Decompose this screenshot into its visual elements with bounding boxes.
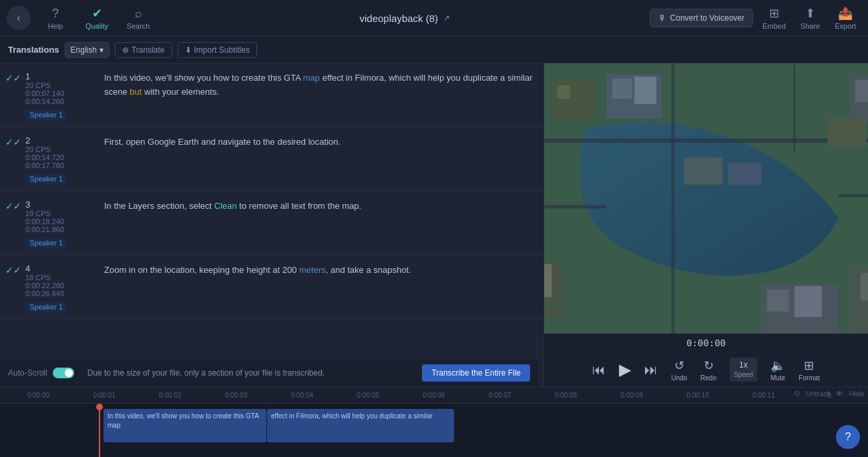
auto-scroll-area: Auto-Scroll [8, 368, 74, 378]
export-button[interactable]: 📤 Export [829, 3, 861, 33]
page-title: videoplayback (8) [360, 13, 439, 24]
subtitle-block-1-text: In this video, we'll show you how to cre… [107, 412, 262, 430]
voiceover-icon: 🎙 [658, 13, 666, 23]
svg-rect-17 [827, 119, 866, 146]
ruler-mark-6: 0:00:06 [401, 392, 467, 399]
transcribe-entire-button[interactable]: Transcribe the Entire File [422, 364, 530, 382]
sub-cps-3: 19 CPS [25, 209, 99, 217]
svg-rect-20 [544, 264, 552, 298]
speed-button[interactable]: 1x Speed [730, 358, 757, 382]
mute-label: Mute [771, 374, 785, 382]
info-col-2: 2 20 CPS 0:00:14.720 0:00:17.780 Speaker… [25, 135, 99, 184]
help-fab-button[interactable]: ? [836, 425, 860, 449]
top-bar: ‹ ? Help ✔ Quality ⌕ Search videoplaybac… [0, 0, 868, 37]
voiceover-button[interactable]: 🎙 Convert to Voiceover [650, 9, 753, 27]
import-subtitles-button[interactable]: ⬇ Import Subtitles [178, 42, 257, 58]
subtitle-block-2[interactable]: effect in Filmora, which will help you d… [267, 409, 454, 442]
embed-button[interactable]: ⊞ Embed [757, 3, 791, 33]
format-label: Format [799, 374, 820, 382]
import-label: Import Subtitles [194, 45, 250, 55]
share-button[interactable]: ⬆ Share [795, 3, 825, 33]
sub-num-4: 4 [25, 264, 99, 274]
embed-icon: ⊞ [769, 6, 779, 21]
sub-cps-2: 20 CPS [25, 145, 99, 153]
sub-cps-1: 20 CPS [25, 81, 99, 89]
redo-button[interactable]: ↻ Redo [700, 358, 716, 382]
ruler-mark-3: 0:00:03 [203, 392, 269, 399]
ruler-mark-10: 0:00:10 [665, 392, 731, 399]
subtitle-panel: ✓✓ 1 20 CPS 0:00:07.140 0:00:14.260 Spea… [0, 63, 544, 387]
speaker-tag-4[interactable]: Speaker 1 [25, 302, 67, 312]
rewind-icon: ⏮ [592, 362, 606, 378]
format-button[interactable]: ⊞ Format [799, 358, 820, 382]
chevron-down-icon: ▾ [99, 45, 103, 55]
fastforward-icon: ⏭ [644, 362, 658, 378]
embed-label: Embed [763, 22, 786, 30]
play-button[interactable]: ▶ [619, 360, 631, 379]
language-select[interactable]: English ▾ [65, 42, 110, 58]
auto-scroll-toggle[interactable] [53, 368, 74, 378]
speaker-tag-2[interactable]: Speaker 1 [25, 173, 67, 184]
share-icon: ⬆ [805, 6, 815, 21]
speaker-tag-3[interactable]: Speaker 1 [25, 238, 67, 248]
timeline-ruler: 0:00:00 0:00:01 0:00:02 0:00:03 0:00:04 … [0, 388, 868, 404]
help-fab-icon: ? [845, 431, 851, 443]
voiceover-label: Convert to Voiceover [670, 13, 744, 23]
untrack-button[interactable]: Untrack [805, 390, 831, 398]
hide-button[interactable]: Hide [849, 390, 864, 398]
main-content: ✓✓ 1 20 CPS 0:00:07.140 0:00:14.260 Spea… [0, 63, 868, 387]
svg-rect-23 [795, 286, 822, 317]
translate-button[interactable]: ⊕ Translate [115, 42, 172, 58]
speed-text: Speed [734, 371, 753, 378]
fastforward-button[interactable]: ⏭ [644, 362, 658, 378]
text-col-3[interactable]: In the Layers section, select Clean to r… [104, 199, 537, 248]
speaker-tag-1[interactable]: Speaker 1 [25, 109, 67, 120]
time-display: 0:00:00 [686, 334, 726, 352]
transcribe-info-text: Due to the size of your file, only a sec… [74, 368, 423, 378]
subtitle-item-2: ✓✓ 2 20 CPS 0:00:14.720 0:00:17.780 Spea… [0, 127, 544, 191]
video-display [544, 63, 868, 334]
timeline-track[interactable]: In this video, we'll show you how to cre… [0, 404, 868, 457]
check-col-1: ✓✓ [7, 71, 20, 120]
sub-time-end-3: 0:00:21.860 [25, 225, 99, 234]
external-link-icon[interactable]: ↗ [443, 13, 450, 23]
highlight-but: but [130, 87, 142, 97]
highlight-map: map [303, 73, 320, 83]
svg-rect-7 [612, 79, 632, 99]
transcribe-banner: Auto-Scroll Due to the size of your file… [0, 358, 538, 387]
back-button[interactable]: ‹ [7, 6, 31, 30]
sub-num-2: 2 [25, 135, 99, 145]
search-label: Search [127, 22, 150, 30]
rewind-button[interactable]: ⏮ [592, 362, 606, 378]
help-tool[interactable]: ? Help [36, 3, 75, 33]
video-container [544, 63, 868, 334]
subtitle-block-1[interactable]: In this video, we'll show you how to cre… [103, 409, 266, 442]
quality-tool[interactable]: ✔ Quality [77, 3, 116, 33]
ruler-mark-8: 0:00:08 [533, 392, 599, 399]
ruler-mark-11: 0:00:11 [730, 392, 797, 399]
import-icon: ⬇ [185, 45, 192, 55]
format-icon: ⊞ [804, 358, 814, 373]
text-col-2[interactable]: First, open Google Earth and navigate to… [104, 135, 537, 184]
svg-rect-25 [861, 273, 868, 300]
highlight-clean: Clean [214, 201, 237, 211]
mute-button[interactable]: 🔈 Mute [771, 358, 785, 382]
svg-rect-15 [855, 80, 868, 102]
video-panel: 0:00:00 ⏮ ▶ ⏭ ↺ Undo ↻ Redo 1x Speed [544, 63, 868, 387]
ruler-mark-4: 0:00:04 [269, 392, 335, 399]
mute-icon: 🔈 [771, 358, 785, 373]
check-col-3: ✓✓ [7, 199, 20, 248]
translate-label: Translate [132, 45, 165, 55]
text-col-1[interactable]: In this video, we'll show you how to cre… [104, 71, 537, 120]
search-icon: ⌕ [135, 7, 142, 21]
text-col-4[interactable]: Zoom in on the location, keeping the hei… [104, 264, 537, 312]
ruler-mark-5: 0:00:05 [335, 392, 401, 399]
timeline-playhead [99, 404, 100, 457]
undo-button[interactable]: ↺ Undo [671, 358, 687, 382]
search-tool[interactable]: ⌕ Search [119, 3, 158, 33]
sub-time-end-2: 0:00:17.780 [25, 161, 99, 169]
undo-label: Undo [671, 374, 687, 382]
svg-rect-5 [557, 85, 570, 99]
timeline: 0:00:00 0:00:01 0:00:02 0:00:03 0:00:04 … [0, 387, 868, 457]
ruler-mark-0: 0:00:00 [5, 392, 71, 399]
